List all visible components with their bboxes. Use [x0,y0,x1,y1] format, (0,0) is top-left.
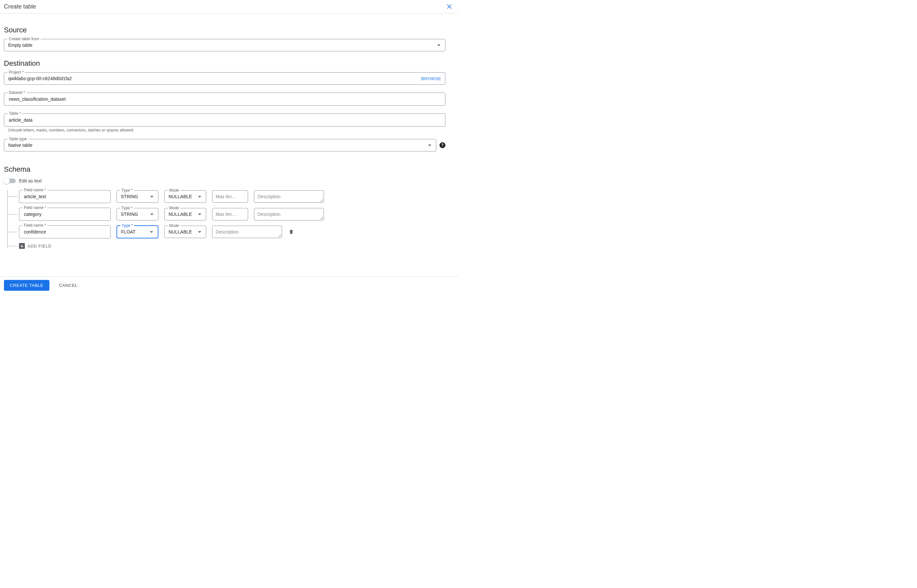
project-label: Project * [8,70,25,74]
chevron-down-icon [198,213,201,215]
description-input-wrap [254,190,324,203]
destination-heading: Destination [4,59,446,68]
field-name-label: Field name * [23,223,47,228]
field-type-select[interactable]: Type *STRING [117,190,159,203]
field-type-label: Type * [120,206,134,210]
add-field-button[interactable]: + ADD FIELD [19,243,446,249]
description-input-wrap [254,208,324,220]
project-value: qwiklabs-gcp-00-c6248d0d1fa2 [8,76,419,81]
max-length-input-wrap [212,208,248,220]
chevron-down-icon [428,145,431,146]
field-name-label: Field name * [23,188,47,192]
field-mode-select[interactable]: ModeNULLABLE [164,208,206,220]
field-type-value: STRING [121,194,147,199]
edit-as-text-label: Edit as text [19,178,42,184]
create-table-from-label: Create table from [8,37,41,41]
schema-fields-tree: Field name *Type *STRINGModeNULLABLEFiel… [4,190,446,249]
field-name-input[interactable] [23,194,106,199]
trash-icon [288,229,294,235]
field-name-input[interactable] [23,211,106,217]
panel-header: Create table [0,0,458,13]
chevron-down-icon [198,196,201,197]
dataset-label: Dataset * [8,90,26,95]
create-table-from-select[interactable]: Create table from Empty table [4,39,446,51]
panel-content[interactable]: Source Create table from Empty table Des… [0,13,458,268]
schema-row: Field name *Type *STRINGModeNULLABLE [19,208,446,221]
field-mode-value: NULLABLE [168,194,195,199]
panel-title: Create table [4,3,36,10]
table-input[interactable] [8,117,441,123]
table-helper-text: Unicode letters, marks, numbers, connect… [8,128,446,132]
schema-heading: Schema [4,165,446,174]
description-input[interactable] [254,190,324,203]
chevron-down-icon [150,231,153,233]
field-name-input-wrap[interactable]: Field name * [19,208,111,221]
source-heading: Source [4,26,446,34]
create-table-from-value: Empty table [8,42,434,48]
chevron-down-icon [150,213,154,215]
description-input-wrap [212,226,282,238]
dataset-input[interactable] [8,96,441,102]
max-length-input-wrap [212,190,248,203]
field-mode-value: NULLABLE [168,212,195,217]
edit-as-text-toggle[interactable] [4,179,16,183]
project-field[interactable]: Project * qwiklabs-gcp-00-c6248d0d1fa2 B… [4,72,446,85]
edit-as-text-row: Edit as text [4,178,446,184]
field-mode-label: Mode [168,223,180,228]
table-label: Table * [8,111,22,116]
chevron-down-icon [198,231,201,233]
field-name-input-wrap[interactable]: Field name * [19,190,111,203]
field-mode-select[interactable]: ModeNULLABLE [164,226,206,238]
description-input[interactable] [254,208,324,220]
table-type-value: Native table [8,142,425,148]
plus-icon: + [19,243,25,249]
field-mode-value: NULLABLE [168,229,195,234]
chevron-down-icon [437,44,441,46]
panel-footer: CREATE TABLE CANCEL [0,276,458,294]
toggle-knob [3,178,10,184]
field-mode-label: Mode [168,188,180,192]
field-mode-label: Mode [168,206,180,210]
field-type-value: FLOAT [121,229,147,234]
max-length-input[interactable] [212,208,248,220]
field-type-label: Type * [120,223,134,228]
cancel-button[interactable]: CANCEL [57,283,79,288]
chevron-down-icon [150,196,154,197]
field-name-input[interactable] [23,229,106,235]
close-button[interactable] [446,3,453,10]
field-type-select[interactable]: Type *FLOAT [117,225,159,238]
field-name-input-wrap[interactable]: Field name * [19,225,111,238]
schema-row: Field name *Type *STRINGModeNULLABLE [19,190,446,203]
field-mode-select[interactable]: ModeNULLABLE [164,190,206,203]
create-table-panel: Create table Source Create table from Em… [0,0,458,294]
field-name-label: Field name * [23,205,47,210]
field-type-label: Type * [120,188,134,192]
create-table-button[interactable]: CREATE TABLE [4,280,49,291]
dataset-field[interactable]: Dataset * [4,92,446,106]
table-type-select[interactable]: Table type Native table [4,139,436,152]
table-field[interactable]: Table * [4,113,446,126]
field-type-value: STRING [121,212,147,217]
max-length-input[interactable] [212,190,248,203]
description-input[interactable] [212,226,282,238]
tree-spine [7,190,8,248]
add-field-label: ADD FIELD [28,244,51,249]
help-icon[interactable]: ? [439,142,446,148]
field-type-select[interactable]: Type *STRING [117,208,159,220]
delete-field-button[interactable] [288,229,295,235]
browse-button[interactable]: BROWSE [421,76,441,81]
schema-row: Field name *Type *FLOATModeNULLABLE [19,225,446,238]
close-icon [446,3,453,10]
table-type-label: Table type [8,137,28,141]
